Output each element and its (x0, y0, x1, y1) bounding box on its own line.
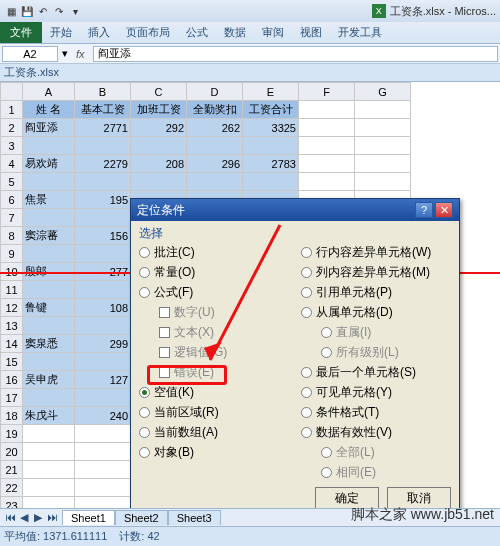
tab-insert[interactable]: 插入 (80, 22, 118, 43)
ribbon: 文件 开始 插入 页面布局 公式 数据 审阅 视图 开发工具 (0, 22, 500, 44)
dropdown-icon[interactable]: ▾ (62, 47, 68, 60)
dialog-right-column: 行内容差异单元格(W)列内容差异单元格(M)引用单元格(P)从属单元格(D)直属… (301, 244, 451, 481)
option-常量(O)[interactable]: 常量(O) (139, 264, 289, 281)
status-bar: 平均值: 1371.611111 计数: 42 (0, 526, 500, 546)
undo-icon[interactable]: ↶ (36, 4, 50, 18)
save-icon[interactable]: 💾 (20, 4, 34, 18)
tab-home[interactable]: 开始 (42, 22, 80, 43)
option-从属单元格(D)[interactable]: 从属单元格(D) (301, 304, 451, 321)
option-对象(B)[interactable]: 对象(B) (139, 444, 289, 461)
option-数字(U): 数字(U) (159, 304, 289, 321)
sheet-tab-1[interactable]: Sheet1 (62, 510, 115, 525)
option-行内容差异单元格(W)[interactable]: 行内容差异单元格(W) (301, 244, 451, 261)
sheet-nav[interactable]: ⏮◀▶⏭ (0, 511, 62, 524)
option-批注(C)[interactable]: 批注(C) (139, 244, 289, 261)
option-数据有效性(V)[interactable]: 数据有效性(V) (301, 424, 451, 441)
tab-file[interactable]: 文件 (0, 22, 42, 43)
option-全部(L): 全部(L) (321, 444, 451, 461)
window-title: X 工资条.xlsx - Micros... (372, 4, 496, 19)
option-相同(E): 相同(E) (321, 464, 451, 481)
tab-layout[interactable]: 页面布局 (118, 22, 178, 43)
tab-dev[interactable]: 开发工具 (330, 22, 390, 43)
titlebar: ▦ 💾 ↶ ↷ ▾ X 工资条.xlsx - Micros... (0, 0, 500, 22)
fx-label: fx (72, 48, 89, 60)
status-average: 平均值: 1371.611111 (4, 529, 107, 544)
tab-formulas[interactable]: 公式 (178, 22, 216, 43)
option-逻辑值(G): 逻辑值(G) (159, 344, 289, 361)
help-icon[interactable]: ? (415, 202, 433, 218)
workbook-name: 工资条.xlsx (0, 64, 500, 82)
goto-special-dialog: 定位条件 ? ✕ 选择 批注(C)常量(O)公式(F)数字(U)文本(X)逻辑值… (130, 198, 460, 518)
option-条件格式(T)[interactable]: 条件格式(T) (301, 404, 451, 421)
redo-icon[interactable]: ↷ (52, 4, 66, 18)
option-文本(X): 文本(X) (159, 324, 289, 341)
option-直属(I): 直属(I) (321, 324, 451, 341)
watermark: 脚本之家 www.jb51.net (351, 506, 494, 524)
excel-icon: ▦ (4, 4, 18, 18)
dialog-title: 定位条件 (137, 202, 185, 219)
sheet-tab-3[interactable]: Sheet3 (168, 510, 221, 525)
formula-bar[interactable]: 阎亚添 (93, 46, 498, 62)
tab-data[interactable]: 数据 (216, 22, 254, 43)
tab-review[interactable]: 审阅 (254, 22, 292, 43)
file-icon: X (372, 4, 386, 18)
option-列内容差异单元格(M)[interactable]: 列内容差异单元格(M) (301, 264, 451, 281)
name-box[interactable]: A2 (2, 46, 58, 62)
option-当前数组(A)[interactable]: 当前数组(A) (139, 424, 289, 441)
option-空值(K)[interactable]: 空值(K) (139, 384, 289, 401)
option-当前区域(R)[interactable]: 当前区域(R) (139, 404, 289, 421)
option-公式(F)[interactable]: 公式(F) (139, 284, 289, 301)
close-icon[interactable]: ✕ (435, 202, 453, 218)
option-最后一个单元格(S)[interactable]: 最后一个单元格(S) (301, 364, 451, 381)
more-icon[interactable]: ▾ (68, 4, 82, 18)
sheet-tab-2[interactable]: Sheet2 (115, 510, 168, 525)
option-所有级别(L): 所有级别(L) (321, 344, 451, 361)
dialog-titlebar[interactable]: 定位条件 ? ✕ (131, 199, 459, 221)
quick-access-toolbar: ▦ 💾 ↶ ↷ ▾ (4, 4, 82, 18)
formula-bar-row: A2 ▾ fx 阎亚添 (0, 44, 500, 64)
option-错误(E): 错误(E) (159, 364, 289, 381)
status-count: 计数: 42 (119, 529, 159, 544)
option-引用单元格(P)[interactable]: 引用单元格(P) (301, 284, 451, 301)
option-可见单元格(Y)[interactable]: 可见单元格(Y) (301, 384, 451, 401)
tab-view[interactable]: 视图 (292, 22, 330, 43)
dialog-section-label: 选择 (139, 225, 451, 242)
dialog-left-column: 批注(C)常量(O)公式(F)数字(U)文本(X)逻辑值(G)错误(E)空值(K… (139, 244, 289, 481)
